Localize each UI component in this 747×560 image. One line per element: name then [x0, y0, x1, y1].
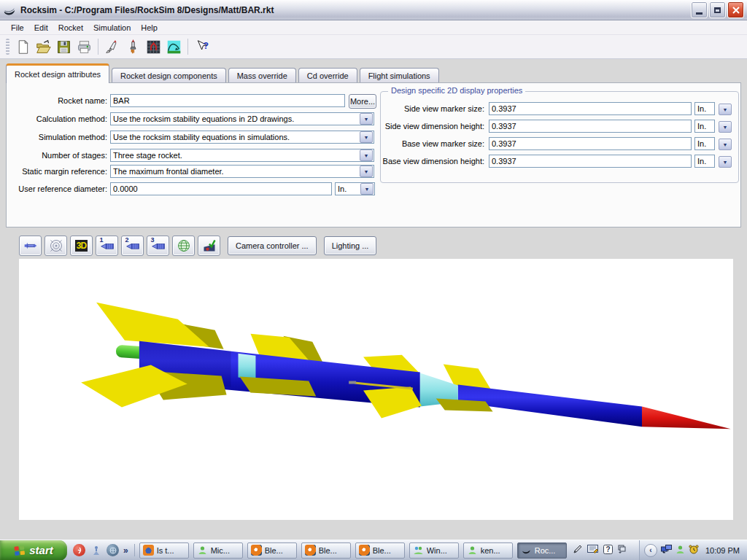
- side-view-button[interactable]: [19, 236, 42, 256]
- base-view-dimension-height-input[interactable]: [489, 155, 692, 168]
- tab-cd-override[interactable]: Cd override: [298, 68, 357, 83]
- grid-rocket-icon: [146, 39, 161, 55]
- toolbar-options-icon[interactable]: [618, 545, 626, 556]
- task-messenger[interactable]: Mic...: [193, 542, 243, 559]
- stage-1-view-button[interactable]: 1: [96, 236, 118, 256]
- menu-rocket[interactable]: Rocket: [53, 22, 88, 34]
- chevron-down-icon[interactable]: ▼: [360, 149, 373, 161]
- save-file-button[interactable]: [53, 36, 74, 57]
- hide-tray-icons-chevron[interactable]: ‹: [644, 544, 657, 557]
- 3d-view-icon: 3D: [75, 240, 88, 252]
- motor-selection-button[interactable]: [123, 36, 143, 57]
- rocksim-crescent-icon: [521, 545, 532, 556]
- help-cursor-icon: ?: [195, 39, 210, 55]
- chevron-down-icon[interactable]: ▼: [719, 156, 732, 168]
- aim-icon[interactable]: [73, 544, 85, 556]
- calculation-method-select[interactable]: Use the rocksim stability equations in 2…: [110, 112, 374, 125]
- network-icon[interactable]: [661, 545, 672, 556]
- side-view-dimension-height-input[interactable]: [489, 120, 692, 133]
- stage-3-view-button[interactable]: 3: [147, 236, 169, 256]
- more-button[interactable]: More...: [349, 94, 376, 109]
- chevron-down-icon[interactable]: ▼: [360, 166, 373, 177]
- render-check-button[interactable]: [198, 236, 220, 256]
- maximize-icon: [714, 7, 721, 13]
- 3d-view-button[interactable]: 3D: [70, 236, 93, 256]
- minimize-button[interactable]: [691, 1, 708, 18]
- task-blender-1[interactable]: Ble...: [247, 542, 297, 559]
- chevron-down-icon[interactable]: ▼: [719, 139, 732, 150]
- chevron-down-icon[interactable]: ▼: [360, 131, 373, 143]
- open-file-button[interactable]: [33, 36, 53, 57]
- blender-icon: [305, 545, 316, 556]
- main-toolbar: ?: [0, 35, 747, 59]
- base-view-marker-size-label: Base view marker size:: [381, 137, 484, 150]
- start-button[interactable]: start: [0, 540, 67, 560]
- context-help-button[interactable]: ?: [192, 36, 212, 57]
- static-margin-value: The maximum frontal diameter.: [111, 167, 359, 176]
- toolbar-separator: [187, 39, 188, 55]
- task-blender-2[interactable]: Ble...: [301, 542, 351, 559]
- task-ken-conversation[interactable]: ken...: [463, 542, 513, 559]
- rocket-name-input[interactable]: [110, 94, 345, 107]
- render-canvas[interactable]: [19, 259, 733, 520]
- stage-2-view-button[interactable]: 2: [121, 236, 144, 256]
- menu-simulation[interactable]: Simulation: [88, 22, 136, 34]
- number-of-stages-label: Number of stages:: [7, 149, 107, 162]
- tab-rocket-design-components[interactable]: Rocket design components: [112, 68, 226, 83]
- pen-icon[interactable]: [573, 545, 582, 556]
- static-margin-select[interactable]: The maximum frontal diameter. ▼: [110, 165, 374, 178]
- messenger-person-icon: [467, 545, 478, 556]
- close-icon: [732, 7, 740, 14]
- tab-flight-simulations[interactable]: Flight simulations: [360, 68, 439, 83]
- lighting-button[interactable]: Lighting ...: [324, 236, 377, 255]
- system-tray: ‹ 10:09 PM: [639, 540, 747, 560]
- flight-plot-button[interactable]: [163, 36, 184, 57]
- chevron-down-icon[interactable]: ▼: [360, 183, 374, 195]
- new-document-icon: [15, 39, 31, 55]
- taskbar: start » Is t... Mic... Ble... Ble... Ble…: [0, 540, 747, 560]
- menu-file[interactable]: File: [6, 22, 29, 34]
- side-view-dimension-height-label: Side view dimension height:: [381, 120, 484, 133]
- user-reference-diameter-unit-select[interactable]: In. ▼: [335, 182, 375, 195]
- alarm-clock-icon[interactable]: [689, 545, 699, 556]
- journal-icon[interactable]: [587, 545, 598, 556]
- user-reference-diameter-input[interactable]: [110, 182, 332, 195]
- number-of-stages-select[interactable]: Three stage rocket. ▼: [110, 149, 374, 162]
- chevron-down-icon[interactable]: ▼: [719, 104, 732, 115]
- task-firefox[interactable]: Is t...: [139, 542, 189, 559]
- side-view-marker-size-label: Side view marker size:: [381, 102, 484, 115]
- print-button[interactable]: [74, 36, 94, 57]
- new-document-button[interactable]: [12, 36, 33, 57]
- camera-controller-button[interactable]: Camera controller ...: [228, 236, 317, 255]
- chevron-down-icon[interactable]: ▼: [719, 121, 732, 133]
- deskband: ?: [567, 545, 632, 556]
- task-rocksim[interactable]: Roc...: [517, 542, 567, 559]
- maximize-button[interactable]: [709, 1, 726, 18]
- task-windows-messenger[interactable]: Win...: [409, 542, 459, 559]
- help-box-icon[interactable]: ?: [603, 545, 613, 556]
- task-blender-3[interactable]: Ble...: [355, 542, 405, 559]
- aim-running-man-icon[interactable]: [90, 544, 102, 556]
- quick-launch-overflow-chevron[interactable]: »: [123, 545, 128, 556]
- base-view-button[interactable]: [44, 236, 67, 256]
- launch-grid-button[interactable]: [143, 36, 163, 57]
- side-view-marker-size-input[interactable]: [489, 102, 692, 115]
- base-view-marker-size-input[interactable]: [489, 137, 692, 150]
- toolbar-grip[interactable]: [6, 39, 9, 55]
- clock[interactable]: 10:09 PM: [705, 546, 740, 555]
- messenger-group-icon: [413, 545, 424, 556]
- render-check-icon: [202, 238, 217, 253]
- globe-app-icon[interactable]: [107, 544, 119, 556]
- tab-mass-override[interactable]: Mass override: [228, 68, 296, 83]
- menu-help[interactable]: Help: [136, 22, 163, 34]
- chevron-down-icon[interactable]: ▼: [360, 113, 373, 125]
- side-view-dimension-height-unit: In.: [694, 120, 715, 133]
- menu-edit[interactable]: Edit: [29, 22, 53, 34]
- tab-rocket-design-attributes[interactable]: Rocket design attributes: [6, 63, 109, 83]
- globe-view-button[interactable]: [172, 236, 195, 256]
- launch-conditions-button[interactable]: [102, 36, 123, 57]
- blender-icon: [251, 545, 262, 556]
- close-button[interactable]: [727, 1, 744, 18]
- messenger-status-icon[interactable]: [676, 545, 685, 556]
- simulation-method-select[interactable]: Use the rocksim stability equations in s…: [110, 131, 374, 144]
